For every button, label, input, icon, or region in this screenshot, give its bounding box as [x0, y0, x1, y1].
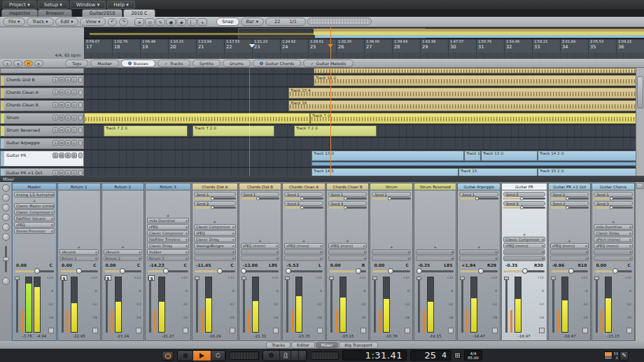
- routing-select[interactable]: ▾: [372, 249, 411, 255]
- ruler-bar-32[interactable]: 1:54.4632: [504, 39, 532, 53]
- nudge-up-button[interactable]: ⁚: [291, 351, 299, 361]
- send-slider[interactable]: [550, 207, 589, 209]
- add-plugin-button[interactable]: +: [372, 244, 411, 249]
- plugin-slot[interactable]: sPEQ: [147, 224, 189, 230]
- ruler-bar-31[interactable]: 1:50.7631: [476, 39, 504, 53]
- gain-value[interactable]: -0.25: [418, 263, 430, 268]
- send-knob[interactable]: [566, 206, 569, 209]
- gain-value[interactable]: -12.00: [243, 263, 258, 268]
- track-header-guitar-arpeggio[interactable]: Guitar ArpeggioSMRD: [0, 138, 84, 149]
- add-plugin-button[interactable]: +: [14, 198, 55, 203]
- bypass-icon[interactable]: [51, 211, 53, 214]
- track-header-strum-reversed[interactable]: Strum ReversedSMRD: [0, 125, 84, 137]
- fader-cap[interactable]: [594, 277, 599, 280]
- track-lane[interactable]: Track 13 ⊙Track 1Track 13 ⊙Track 14 2 ⊙: [84, 151, 644, 167]
- bypass-icon[interactable]: [51, 205, 53, 207]
- ruler-bar-21[interactable]: 1:13.8421: [196, 39, 224, 53]
- view-tab-tracks[interactable]: Tracks: [266, 342, 290, 349]
- send-slider[interactable]: [241, 197, 280, 200]
- track-lane[interactable]: [84, 138, 644, 149]
- plugin-slot[interactable]: Classic Delay: [194, 237, 236, 242]
- bypass-icon[interactable]: [542, 245, 544, 247]
- track-d-button[interactable]: D: [71, 140, 77, 146]
- pan-value[interactable]: C: [230, 263, 233, 268]
- routing-select[interactable]: ▾: [416, 249, 455, 255]
- send-slot[interactable]: Send 3: [328, 201, 368, 209]
- plugin-slot[interactable]: sPEQ (mono): [594, 243, 633, 249]
- bypass-icon[interactable]: [51, 230, 53, 232]
- gain-slider[interactable]: [241, 268, 279, 274]
- strip-name[interactable]: Guitar PR +1 Oct: [549, 183, 591, 190]
- bypass-icon[interactable]: [320, 245, 322, 247]
- add-plugin-button[interactable]: +: [328, 238, 368, 243]
- add-plugin-button[interactable]: +: [416, 244, 455, 249]
- filter-nav-button[interactable]: ▸: [34, 60, 43, 67]
- clip[interactable]: Track 15 4: [288, 88, 644, 99]
- filter-group-tags[interactable]: Tags: [65, 60, 88, 67]
- ruler-bar-26[interactable]: 1:32.3026: [336, 39, 364, 53]
- routing-select[interactable]: ▾: [594, 249, 633, 255]
- bypass-icon[interactable]: [232, 245, 234, 247]
- fader-cap[interactable]: [15, 277, 20, 280]
- plugin-slot[interactable]: sReverb: [104, 249, 143, 255]
- track-s-button[interactable]: S: [52, 102, 58, 108]
- bypass-icon[interactable]: [51, 224, 53, 226]
- send-slider[interactable]: [503, 197, 545, 200]
- routing-select[interactable]: ▾: [284, 249, 323, 255]
- channel-fader[interactable]: [374, 277, 376, 333]
- track-r-button[interactable]: R: [65, 153, 71, 158]
- routing-select[interactable]: ▾: [328, 256, 368, 261]
- bypass-icon[interactable]: [232, 226, 234, 228]
- track-r-button[interactable]: R: [65, 90, 71, 95]
- output-device[interactable]: Analog 1/2 Audiophile: [14, 192, 55, 197]
- meter-option-box[interactable]: [626, 328, 632, 333]
- fader-cap[interactable]: [372, 277, 377, 280]
- channel-fader[interactable]: [106, 277, 108, 333]
- bypass-icon[interactable]: [542, 239, 544, 241]
- bypass-icon[interactable]: [629, 232, 631, 235]
- strip-name[interactable]: Guitar Arpeggio: [458, 183, 500, 190]
- routing-select[interactable]: ▾: [503, 256, 545, 261]
- gain-slider-knob[interactable]: [286, 268, 291, 274]
- stop-button[interactable]: [178, 351, 193, 361]
- send-knob[interactable]: [388, 197, 391, 200]
- track-edit-box[interactable]: [78, 90, 83, 95]
- send-knob[interactable]: [475, 197, 479, 200]
- meter-option-box[interactable]: [492, 328, 498, 333]
- channel-fader[interactable]: [196, 277, 198, 333]
- gain-slider-knob[interactable]: [612, 268, 618, 274]
- gain-slider-knob[interactable]: [568, 268, 574, 274]
- meter-option-box[interactable]: [405, 328, 410, 333]
- send-slider[interactable]: [594, 197, 633, 200]
- clip[interactable]: [314, 68, 644, 74]
- ruler-bar-28[interactable]: 1:39.6928: [392, 39, 420, 53]
- redo-icon[interactable]: ↷: [119, 18, 128, 26]
- track-lane[interactable]: Track 7 ⊙: [84, 113, 644, 124]
- fader-cap[interactable]: [551, 277, 556, 280]
- plugin-slot[interactable]: Classic Compressor: [14, 209, 55, 215]
- view-tab-big-transport[interactable]: Big Transport: [339, 342, 378, 349]
- mixer-tool-4-button[interactable]: [2, 214, 10, 221]
- track-lane[interactable]: Track 14 3Track 15Track 15 2 ⊙: [84, 168, 644, 176]
- pan-value[interactable]: R29: [487, 263, 496, 268]
- bypass-icon[interactable]: [95, 251, 97, 253]
- bypass-icon[interactable]: [276, 245, 278, 247]
- meter-option-box[interactable]: [136, 328, 141, 333]
- channel-fader[interactable]: [418, 277, 420, 333]
- bypass-icon[interactable]: [629, 239, 631, 241]
- clip[interactable]: Track 7 2 ⊙: [294, 125, 377, 137]
- meter-option-box[interactable]: [92, 328, 98, 333]
- menu-setup[interactable]: Setup ▾: [38, 1, 69, 9]
- send-slot[interactable]: Send 1: [328, 192, 368, 200]
- undo-icon[interactable]: ↶: [108, 18, 117, 26]
- ruler-bar-27[interactable]: 1:36.0027: [364, 39, 392, 53]
- gain-value[interactable]: 0.00: [16, 263, 27, 268]
- track-d-button[interactable]: D: [71, 90, 77, 95]
- routing-select[interactable]: ▾: [459, 249, 498, 255]
- clip[interactable]: Track 7 ⊙: [310, 113, 644, 124]
- track-s-button[interactable]: S: [52, 153, 58, 158]
- send-knob[interactable]: [610, 206, 613, 209]
- routing-select[interactable]: ▾: [284, 256, 323, 261]
- filter-group-busses[interactable]: Busses: [121, 60, 155, 67]
- meter-option-box[interactable]: [48, 328, 54, 333]
